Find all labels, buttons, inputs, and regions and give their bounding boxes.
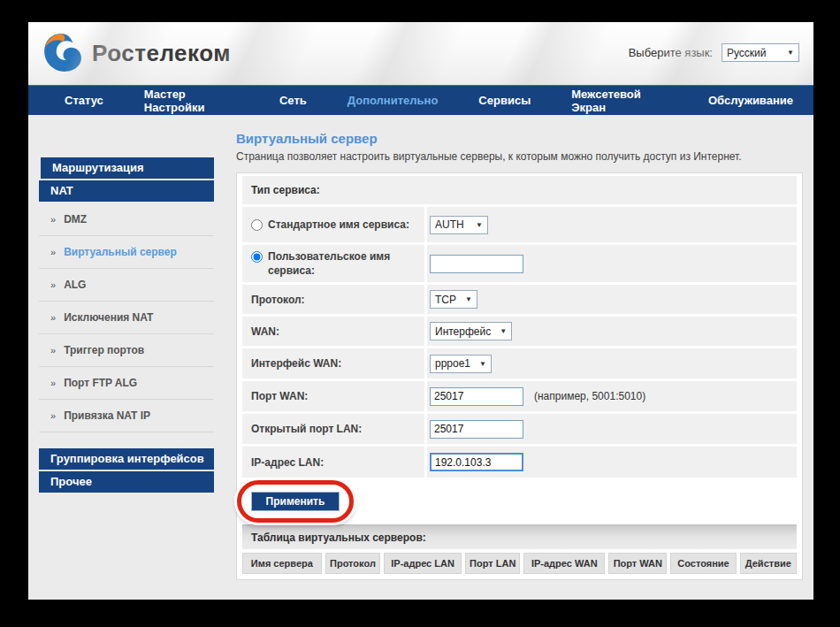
nav-maintenance[interactable]: Обслуживание — [688, 94, 813, 107]
arrow-right-icon: » — [50, 346, 56, 356]
sidebar-item-nat-exclusions[interactable]: » Исключения NAT — [39, 302, 214, 334]
nav-status[interactable]: Статус — [44, 94, 124, 107]
custom-name-radio[interactable] — [251, 251, 263, 263]
sidebar-header-other[interactable]: Прочее — [39, 471, 214, 493]
protocol-select[interactable]: TCP ▼ — [430, 290, 477, 309]
col-lan-ip: IP-адрес LAN — [384, 553, 462, 574]
wan-port-input[interactable] — [430, 387, 523, 406]
arrow-right-icon: » — [50, 411, 56, 421]
sidebar-header-routing[interactable]: Маршрутизация — [41, 157, 214, 179]
standard-name-radio[interactable] — [251, 219, 263, 231]
arrow-right-icon: » — [50, 378, 56, 388]
apply-button[interactable]: Применить — [251, 492, 340, 511]
sidebar-spacer — [39, 432, 214, 448]
row-lan-ip: IP-адрес LAN: — [242, 447, 797, 478]
apply-row: Применить — [242, 478, 797, 524]
wan-label: WAN: — [251, 325, 279, 338]
row-standard-name: Стандартное имя сервиса: AUTH ▼ — [242, 207, 797, 242]
virtual-servers-table-header: Имя сервера Протокол IP-адрес LAN Порт L… — [242, 553, 797, 574]
virtual-servers-table-title: Таблица виртуальных серверов: — [242, 524, 797, 549]
page-header: Ростелеком Выберите язык: Русский ▼ — [28, 22, 813, 85]
page-title: Виртуальный сервер — [236, 131, 803, 146]
wan-interface-label: Интерфейс WAN: — [251, 357, 341, 370]
main-content: Виртуальный сервер Страница позволяет на… — [236, 131, 803, 580]
col-protocol: Протокол — [325, 553, 380, 574]
arrow-right-icon: » — [50, 280, 56, 290]
col-wan-port: Порт WAN — [608, 553, 667, 574]
wan-select[interactable]: Интерфейс ▼ — [430, 322, 512, 340]
sidebar-item-dmz[interactable]: » DMZ — [39, 203, 214, 236]
chevron-down-icon: ▼ — [787, 49, 794, 57]
custom-name-input[interactable] — [430, 255, 523, 273]
chevron-down-icon: ▼ — [476, 221, 483, 229]
row-wan-interface: Интерфейс WAN: pppoe1 ▼ — [242, 348, 797, 378]
content-area: Маршрутизация NAT » DMZ » Виртуальный се… — [28, 115, 813, 580]
chevron-down-icon: ▼ — [465, 295, 472, 303]
rostelecom-logo: Ростелеком — [41, 31, 231, 75]
row-lan-port: Открытый порт LAN: — [242, 414, 797, 444]
sidebar-header-nat[interactable]: NAT — [39, 180, 214, 202]
standard-name-label: Стандартное имя сервиса: — [268, 218, 409, 231]
row-wan: WAN: Интерфейс ▼ — [242, 317, 797, 346]
browser-viewport: Ростелеком Выберите язык: Русский ▼ Стат… — [0, 0, 840, 627]
wan-port-hint: (например, 5001:5010) — [534, 390, 645, 402]
col-server-name: Имя сервера — [242, 553, 322, 574]
arrow-right-icon: » — [50, 248, 56, 257]
sidebar-item-virtual-server[interactable]: » Виртуальный сервер — [39, 236, 214, 269]
lan-port-label: Открытый порт LAN: — [251, 423, 362, 435]
sidebar-item-ftp-alg-port[interactable]: » Порт FTP ALG — [39, 367, 214, 400]
main-nav: Статус Мастер Настройки Сеть Дополнитель… — [28, 85, 813, 115]
col-state: Состояние — [670, 553, 736, 574]
rostelecom-logo-icon — [41, 31, 85, 75]
language-selector: Выберите язык: Русский ▼ — [629, 43, 799, 62]
lan-ip-label: IP-адрес LAN: — [251, 456, 324, 469]
sidebar-header-interface-grouping[interactable]: Группировка интерфейсов — [39, 448, 214, 470]
lan-port-input[interactable] — [430, 420, 523, 439]
wan-interface-select[interactable]: pppoe1 ▼ — [430, 355, 492, 373]
wan-port-label: Порт WAN: — [251, 390, 308, 402]
form-panel: Тип сервиса: Стандартное имя сервиса: AU… — [236, 172, 803, 580]
page-description: Страница позволяет настроить виртуальные… — [236, 150, 803, 163]
sidebar-item-nat-ip-binding[interactable]: » Привязка NAT IP — [39, 400, 214, 432]
nav-services[interactable]: Сервисы — [458, 94, 551, 107]
section-service-type: Тип сервиса: — [242, 176, 797, 204]
nav-wizard[interactable]: Мастер Настройки — [124, 88, 259, 114]
arrow-right-icon: » — [50, 313, 56, 323]
col-action: Действие — [740, 553, 797, 574]
sidebar: Маршрутизация NAT » DMZ » Виртуальный се… — [39, 157, 214, 494]
standard-name-select[interactable]: AUTH ▼ — [430, 216, 488, 234]
col-wan-ip: IP-адрес WAN — [523, 553, 605, 574]
nav-network[interactable]: Сеть — [259, 94, 327, 107]
sidebar-item-alg[interactable]: » ALG — [39, 269, 214, 302]
router-admin-page: Ростелеком Выберите язык: Русский ▼ Стат… — [28, 22, 813, 600]
col-lan-port: Порт LAN — [465, 553, 520, 574]
arrow-right-icon: » — [50, 215, 56, 225]
row-custom-name: Пользовательское имя сервиса: — [242, 245, 797, 282]
language-label: Выберите язык: — [629, 46, 713, 59]
language-select[interactable]: Русский ▼ — [722, 43, 799, 62]
brand-name: Ростелеком — [92, 40, 231, 67]
custom-name-label: Пользовательское имя сервиса: — [268, 250, 419, 278]
chevron-down-icon: ▼ — [479, 360, 486, 368]
row-protocol: Протокол: TCP ▼ — [242, 285, 797, 314]
nav-firewall[interactable]: Межсетевой Экран — [551, 88, 688, 114]
annotation-red-circle: Применить — [251, 492, 340, 511]
sidebar-item-port-trigger[interactable]: » Триггер портов — [39, 334, 214, 367]
row-wan-port: Порт WAN: (например, 5001:5010) — [242, 381, 797, 411]
chevron-down-icon: ▼ — [500, 327, 507, 335]
nav-advanced[interactable]: Дополнительно — [327, 94, 459, 107]
lan-ip-input[interactable] — [430, 453, 523, 471]
protocol-label: Протокол: — [251, 294, 305, 306]
